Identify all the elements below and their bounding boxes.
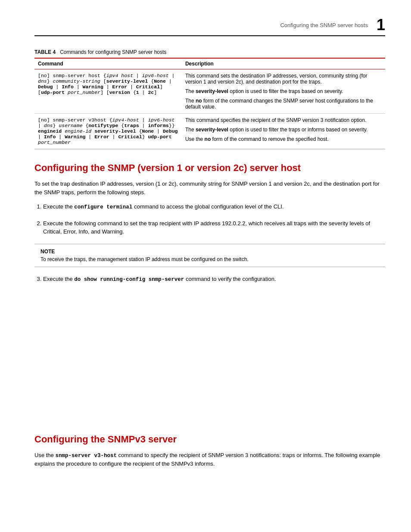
step-2: Execute the following command to set the…: [43, 219, 385, 236]
section2-intro: Use the snmp-server v3-host command to s…: [34, 451, 385, 468]
table-cell-command: [no] snmp-server host {ipv4 host | ipv6-…: [34, 69, 182, 114]
header-title: Configuring the SNMP server hosts: [280, 22, 368, 28]
table-row: [no] snmp-server host {ipv4 host | ipv6-…: [34, 69, 385, 114]
section1-heading: Configuring the SNMP (version 1 or versi…: [34, 162, 385, 174]
note-body: To receive the traps, the management sta…: [40, 256, 379, 262]
section1-intro: To set the trap destination IP addresses…: [34, 180, 385, 196]
table-cell-command: [no] snmp-server v3host {ipv4-host | ipv…: [34, 114, 182, 149]
table-title: Commands for configuring SNMP server hos…: [60, 49, 166, 55]
column-description: Description: [182, 58, 385, 69]
step-1: Execute the configure terminal command t…: [43, 202, 385, 212]
section2-cmd: snmp-server v3-host: [55, 453, 117, 459]
table-row: [no] snmp-server v3host {ipv4-host | ipv…: [34, 114, 385, 149]
table-label: TABLE 4 Commands for configuring SNMP se…: [34, 49, 385, 55]
header-chapter-number: 1: [377, 17, 385, 33]
section2-heading: Configuring the SNMPv3 server: [34, 434, 385, 445]
page-header: Configuring the SNMP server hosts 1: [34, 17, 385, 36]
table-header-row: Command Description: [34, 58, 385, 69]
page-container: Configuring the SNMP server hosts 1 TABL…: [0, 0, 411, 492]
column-command: Command: [34, 58, 182, 69]
step-3: Execute the do show running-config snmp-…: [43, 275, 385, 284]
spacer: [34, 292, 385, 429]
table-cell-description: This command specifies the recipient of …: [182, 114, 385, 149]
note-title: NOTE: [40, 249, 379, 255]
steps-list-2: Execute the do show running-config snmp-…: [43, 275, 385, 284]
steps-list: Execute the configure terminal command t…: [43, 202, 385, 236]
table-cell-description: This command sets the destination IP add…: [182, 69, 385, 114]
step1-cmd: configure terminal: [74, 204, 132, 210]
commands-table: Command Description [no] snmp-server hos…: [34, 58, 385, 149]
step3-cmd: do show running-config snmp-server: [74, 277, 184, 283]
note-box: NOTE To receive the traps, the managemen…: [34, 244, 385, 267]
table-tag: TABLE 4: [34, 49, 56, 55]
